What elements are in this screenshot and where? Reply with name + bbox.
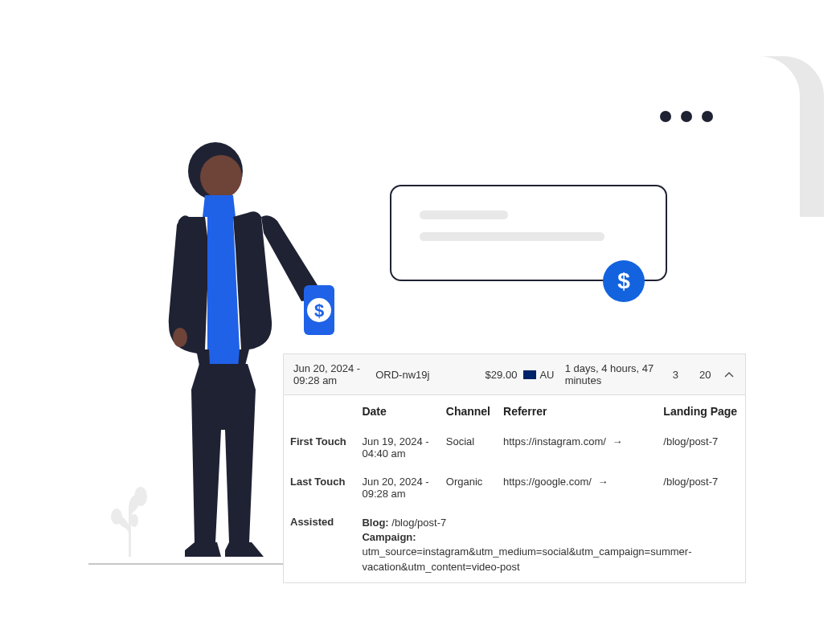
row-label: Assisted — [284, 508, 355, 582]
svg-point-1 — [111, 509, 122, 525]
summary-order-id: ORD-nw19j — [375, 369, 468, 381]
summary-touches: 3 — [664, 369, 687, 381]
svg-point-2 — [130, 514, 138, 527]
summary-pageviews: 20 — [694, 369, 717, 381]
browser-window: $ — [350, 56, 800, 337]
arrow-icon: → — [613, 435, 623, 447]
assisted-content: Blog: /blog/post-7 Campaign: utm_source=… — [355, 508, 745, 582]
cell-channel: Organic — [440, 468, 497, 508]
first-touch-row: First Touch Jun 19, 2024 - 04:40 am Soci… — [284, 427, 745, 468]
svg-point-9 — [173, 328, 187, 347]
cell-date: Jun 20, 2024 - 09:28 am — [355, 468, 439, 508]
browser-controls — [660, 111, 713, 122]
summary-duration: 1 days, 4 hours, 47 minutes — [565, 362, 658, 386]
summary-country: 🇦🇺 AU — [523, 369, 558, 381]
header-date: Date — [355, 395, 439, 427]
detail-table: Date Channel Referrer Landing Page First… — [284, 395, 745, 582]
svg-point-4 — [200, 155, 242, 198]
browser-dot — [660, 111, 671, 122]
summary-row[interactable]: Jun 20, 2024 - 09:28 am ORD-nw19j $29.00… — [284, 354, 745, 395]
browser-dot — [681, 111, 692, 122]
header-landing: Landing Page — [657, 395, 745, 427]
chevron-up-icon[interactable] — [723, 369, 736, 381]
browser-dot — [702, 111, 713, 122]
flag-au-icon: 🇦🇺 — [523, 370, 536, 379]
arrow-icon: → — [597, 476, 608, 488]
cell-landing: /blog/post-7 — [657, 427, 745, 468]
cell-referrer: https://google.com/ → — [497, 468, 657, 508]
header-channel: Channel — [440, 395, 497, 427]
assisted-row: Assisted Blog: /blog/post-7 Campaign: ut… — [284, 508, 745, 582]
dollar-icon: $ — [603, 260, 645, 302]
cell-referrer: https://instagram.com/ → — [497, 427, 657, 468]
attribution-table: Jun 20, 2024 - 09:28 am ORD-nw19j $29.00… — [283, 353, 746, 583]
cell-channel: Social — [440, 427, 497, 468]
row-label: First Touch — [284, 427, 355, 468]
cell-date: Jun 19, 2024 - 04:40 am — [355, 427, 439, 468]
row-label: Last Touch — [284, 468, 355, 508]
cell-landing: /blog/post-7 — [657, 468, 745, 508]
summary-date: Jun 20, 2024 - 09:28 am — [293, 362, 369, 386]
content-card: $ — [390, 185, 667, 281]
last-touch-row: Last Touch Jun 20, 2024 - 09:28 am Organ… — [284, 468, 745, 508]
placeholder-line — [420, 232, 604, 241]
header-referrer: Referrer — [497, 395, 657, 427]
placeholder-line — [420, 210, 508, 219]
svg-text:$: $ — [314, 300, 324, 321]
summary-price: $29.00 — [475, 369, 518, 381]
